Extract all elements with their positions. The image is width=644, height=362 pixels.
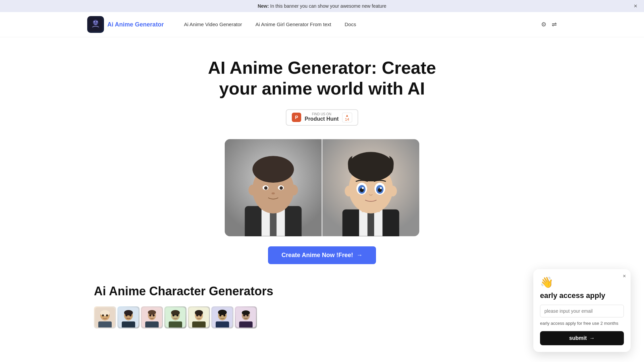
svg-point-58	[176, 314, 178, 316]
char-item-3[interactable]	[141, 306, 163, 328]
email-input[interactable]	[540, 305, 624, 317]
svg-point-69	[219, 314, 221, 316]
popup-close-button[interactable]: ×	[623, 273, 626, 279]
svg-point-57	[172, 314, 174, 316]
char-face-3	[141, 306, 163, 328]
banner-close-button[interactable]: ×	[634, 3, 637, 10]
nav-link-video[interactable]: Ai Anime Video Generator	[184, 21, 242, 27]
char-item-6[interactable]	[211, 306, 233, 328]
svg-rect-53	[145, 321, 159, 327]
svg-point-64	[200, 314, 202, 316]
char-item-2[interactable]	[117, 306, 140, 328]
logo-svg	[89, 18, 102, 31]
char-face-5	[188, 306, 210, 328]
svg-point-35	[389, 186, 397, 196]
svg-point-32	[362, 187, 364, 189]
svg-point-33	[380, 187, 382, 189]
char-face-1	[94, 306, 116, 328]
svg-rect-22	[368, 209, 374, 236]
ph-text: FIND US ON Product Hunt	[305, 113, 338, 122]
svg-rect-71	[216, 321, 229, 327]
announcement-banner: New: In this banner you can show your aw…	[0, 0, 644, 12]
after-image	[322, 139, 419, 236]
hero-title: AI Anime Generator: Create your anime wo…	[205, 57, 439, 99]
create-anime-button[interactable]: Create Anime Now !Free! →	[268, 246, 376, 264]
char-face-2	[117, 306, 140, 328]
popup-submit-label: submit	[569, 335, 587, 341]
svg-point-38	[100, 310, 110, 316]
ph-count-number: 14	[345, 117, 349, 121]
logo-image	[87, 16, 104, 33]
navbar: Ai Anime Generator Ai Anime Video Genera…	[0, 12, 644, 37]
svg-rect-77	[239, 321, 253, 327]
hero-image	[225, 139, 419, 236]
svg-point-74	[242, 310, 250, 315]
svg-point-17	[249, 185, 257, 195]
ph-find-text: FIND US ON	[305, 113, 338, 116]
svg-point-34	[345, 186, 353, 196]
svg-point-40	[106, 314, 108, 316]
svg-point-75	[243, 314, 245, 316]
char-face-6	[211, 306, 233, 328]
svg-point-63	[196, 314, 198, 316]
svg-point-11	[253, 156, 294, 183]
product-hunt-badge[interactable]: P FIND US ON Product Hunt ▲ 14	[286, 109, 358, 126]
svg-point-52	[153, 314, 155, 316]
svg-rect-59	[169, 321, 182, 327]
svg-point-3	[96, 21, 98, 22]
popup-title: early access apply	[540, 291, 624, 300]
svg-point-46	[129, 314, 131, 316]
cta-arrow-icon: →	[357, 252, 363, 259]
svg-rect-47	[122, 321, 135, 327]
svg-point-39	[102, 314, 104, 316]
ph-arrow-icon: ▲	[345, 114, 349, 117]
banner-message: In this banner you can show your awesome…	[270, 3, 386, 9]
char-item-1[interactable]	[94, 306, 116, 328]
nav-links: Ai Anime Video Generator Ai Anime Girl G…	[184, 21, 356, 27]
svg-point-14	[264, 186, 268, 190]
char-item-5[interactable]	[188, 306, 210, 328]
svg-rect-65	[192, 321, 206, 327]
settings-button[interactable]: ⚙	[541, 21, 546, 28]
nav-logo[interactable]: Ai Anime Generator	[87, 16, 164, 33]
svg-point-25	[348, 152, 394, 181]
popup-submit-arrow-icon: →	[589, 335, 595, 341]
svg-point-68	[218, 310, 227, 315]
popup-wave-emoji: 👋	[540, 276, 624, 289]
ph-count: ▲ 14	[342, 113, 352, 122]
real-person-svg	[225, 139, 322, 236]
svg-point-76	[247, 314, 249, 316]
svg-point-2	[94, 21, 95, 22]
svg-point-56	[171, 310, 180, 315]
cta-label: Create Anime Now !Free!	[281, 252, 353, 259]
svg-point-51	[149, 314, 151, 316]
svg-point-70	[223, 314, 225, 316]
svg-point-62	[195, 310, 203, 315]
banner-new-label: New:	[258, 3, 269, 9]
svg-point-16	[272, 192, 275, 194]
svg-point-45	[125, 314, 127, 316]
ph-name: Product Hunt	[305, 116, 338, 122]
ph-icon: P	[292, 113, 301, 122]
char-item-4[interactable]	[164, 306, 186, 328]
nav-link-docs[interactable]: Docs	[344, 21, 356, 27]
svg-rect-41	[98, 321, 112, 327]
translate-button[interactable]: ⇌	[552, 21, 557, 28]
popup-submit-button[interactable]: submit →	[540, 331, 624, 345]
svg-point-44	[124, 310, 133, 315]
char-face-4	[164, 306, 186, 328]
nav-icons: ⚙ ⇌	[541, 21, 557, 28]
before-image	[225, 139, 322, 236]
svg-point-18	[290, 185, 298, 195]
popup-description: early access apply for free use 2 months	[540, 321, 624, 326]
char-item-7[interactable]	[235, 306, 257, 328]
nav-logo-text: Ai Anime Generator	[107, 21, 164, 28]
char-face-7	[235, 306, 257, 328]
nav-link-girl[interactable]: Ai Anime Girl Generator From text	[256, 21, 331, 27]
svg-point-15	[279, 186, 283, 190]
early-access-popup: × 👋 early access apply early access appl…	[533, 269, 631, 352]
svg-point-50	[148, 310, 156, 315]
anime-person-svg	[322, 139, 419, 236]
